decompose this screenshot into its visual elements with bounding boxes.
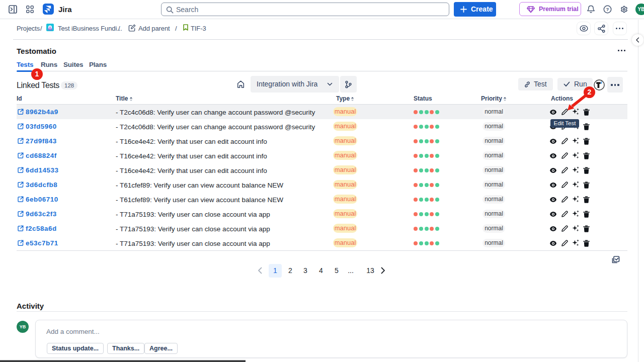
svg-text:?: ? [606,7,609,12]
